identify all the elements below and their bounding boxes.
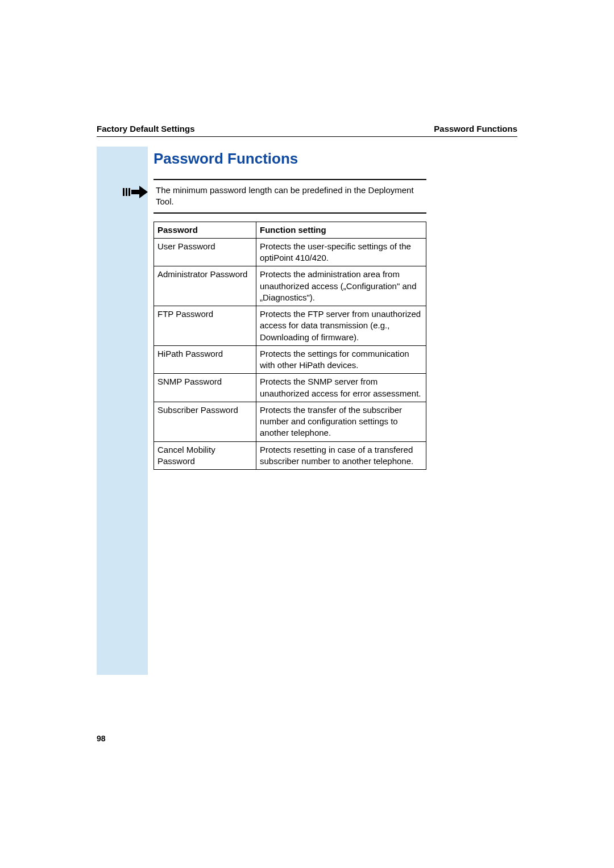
content-area: Password Functions The minimum password … <box>154 147 426 470</box>
table-row: Subscriber Password Protects the transfe… <box>154 402 426 441</box>
password-table: Password Function setting User Password … <box>154 222 426 470</box>
password-function: Protects the FTP server from unauthorize… <box>256 306 426 346</box>
password-function: Protects the user-specific settings of t… <box>256 238 426 266</box>
password-name: Cancel Mobility Password <box>154 441 256 470</box>
password-function: Protects the administration area from un… <box>256 266 426 306</box>
svg-rect-3 <box>131 190 139 194</box>
table-row: User Password Protects the user-specific… <box>154 238 426 266</box>
section-title: Password Functions <box>154 150 426 168</box>
svg-rect-2 <box>128 188 130 196</box>
left-sidebar-band <box>97 147 148 675</box>
note-arrow-icon <box>122 185 149 198</box>
svg-rect-0 <box>123 188 125 196</box>
table-row: Cancel Mobility Password Protects resett… <box>154 441 426 470</box>
note-box: The minimum password length can be prede… <box>154 179 426 214</box>
page: Factory Default Settings Password Functi… <box>0 0 614 868</box>
table-header-function: Function setting <box>256 222 426 238</box>
password-function: Protects resetting in case of a transfer… <box>256 441 426 470</box>
password-name: Subscriber Password <box>154 402 256 441</box>
table-row: SNMP Password Protects the SNMP server f… <box>154 374 426 402</box>
header-right: Password Functions <box>434 124 517 133</box>
page-number: 98 <box>97 734 106 743</box>
table-row: Administrator Password Protects the admi… <box>154 266 426 306</box>
password-name: Administrator Password <box>154 266 256 306</box>
table-row: FTP Password Protects the FTP server fro… <box>154 306 426 346</box>
header-rule <box>97 136 517 137</box>
table-header-row: Password Function setting <box>154 222 426 238</box>
header-left: Factory Default Settings <box>97 124 195 133</box>
svg-rect-1 <box>126 188 127 196</box>
running-header: Factory Default Settings Password Functi… <box>97 124 517 133</box>
password-function: Protects the transfer of the subscriber … <box>256 402 426 441</box>
table-header-password: Password <box>154 222 256 238</box>
password-name: SNMP Password <box>154 374 256 402</box>
password-name: HiPath Password <box>154 345 256 374</box>
table-row: HiPath Password Protects the settings fo… <box>154 345 426 374</box>
password-name: User Password <box>154 238 256 266</box>
svg-marker-4 <box>139 186 148 198</box>
password-function: Protects the SNMP server from unauthoriz… <box>256 374 426 402</box>
note-text: The minimum password length can be prede… <box>156 185 426 208</box>
password-name: FTP Password <box>154 306 256 346</box>
password-function: Protects the settings for communication … <box>256 345 426 374</box>
